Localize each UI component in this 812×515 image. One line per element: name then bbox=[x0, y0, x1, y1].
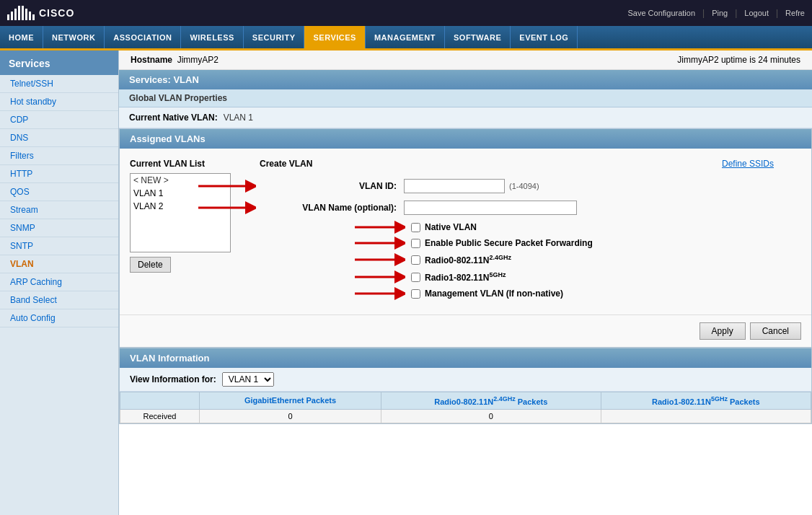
sidebar-item-cdp[interactable]: CDP bbox=[0, 111, 118, 129]
radio0-arrow bbox=[355, 252, 405, 267]
nav-association[interactable]: ASSOCIATION bbox=[105, 26, 181, 48]
table-header-radio1: Radio1-802.11N5GHz Packets bbox=[601, 392, 811, 410]
ping-link[interactable]: Ping bbox=[712, 9, 728, 17]
vlan-info-table: GigabitEthernet Packets Radio0-802.11N2.… bbox=[120, 392, 811, 423]
logo-area: CISCO bbox=[7, 6, 74, 20]
assigned-vlans-section: Assigned VLANs Current VLAN List < NEW >… bbox=[119, 128, 812, 348]
view-info-label: View Information for: bbox=[130, 374, 216, 384]
hostname-value: JimmyAP2 bbox=[177, 55, 219, 65]
sidebar-item-telnet[interactable]: Telnet/SSH bbox=[0, 75, 118, 93]
sidebar: Services Telnet/SSH Hot standby CDP DNS … bbox=[0, 50, 119, 515]
save-config-link[interactable]: Save Configuration bbox=[627, 9, 695, 17]
radio1-cb-row: Radio1-802.11N5GHz bbox=[411, 271, 700, 283]
hostname-bar: Hostname JimmyAP2 JimmyAP2 uptime is 24 … bbox=[119, 50, 812, 70]
radio0-cb-row: Radio0-802.11N2.4GHz bbox=[411, 254, 700, 265]
epsf-checkbox[interactable] bbox=[411, 239, 420, 248]
sidebar-item-http[interactable]: HTTP bbox=[0, 165, 118, 183]
nav-services[interactable]: SERVICES bbox=[304, 26, 365, 48]
radio1-checkbox[interactable] bbox=[411, 273, 420, 282]
nav-software[interactable]: SOFTWARE bbox=[445, 26, 511, 48]
table-header-gigabit: GigabitEthernet Packets bbox=[199, 392, 381, 410]
refresh-link[interactable]: Refre bbox=[785, 9, 805, 17]
create-vlan-title: Create VLAN bbox=[260, 159, 700, 169]
native-vlan-cb-label: Native VLAN bbox=[425, 222, 477, 232]
sidebar-item-dns[interactable]: DNS bbox=[0, 129, 118, 147]
sidebar-item-stream[interactable]: Stream bbox=[0, 201, 118, 219]
apply-button[interactable]: Apply bbox=[700, 322, 746, 340]
define-ssids-area: Define SSIDs bbox=[715, 159, 801, 304]
content-area: Hostname JimmyAP2 JimmyAP2 uptime is 24 … bbox=[119, 50, 812, 515]
checkboxes-area: Native VLAN Enable Public Secure Packet … bbox=[411, 222, 700, 299]
radio0-checkbox[interactable] bbox=[411, 255, 420, 265]
sidebar-item-qos[interactable]: QOS bbox=[0, 183, 118, 201]
sidebar-title: Services bbox=[0, 50, 118, 75]
radio1-cb-label: Radio1-802.11N5GHz bbox=[425, 271, 506, 283]
main-layout: Services Telnet/SSH Hot standby CDP DNS … bbox=[0, 50, 812, 515]
epsf-cb-label: Enable Public Secure Packet Forwarding bbox=[425, 238, 593, 248]
cancel-button[interactable]: Cancel bbox=[750, 322, 801, 340]
table-cell-received-label: Received bbox=[120, 409, 200, 423]
nav-security[interactable]: SECURITY bbox=[244, 26, 305, 48]
cisco-logo-text: CISCO bbox=[39, 7, 74, 19]
view-info-select[interactable]: VLAN 1 bbox=[222, 372, 274, 387]
epsf-arrow bbox=[355, 236, 405, 250]
mgmt-vlan-cb-label: Management VLAN (If non-native) bbox=[425, 289, 563, 299]
nav-bar: HOME NETWORK ASSOCIATION WIRELESS SECURI… bbox=[0, 26, 812, 50]
native-vlan-cb-row: Native VLAN bbox=[411, 222, 700, 232]
mgmt-vlan-cb-row: Management VLAN (If non-native) bbox=[411, 289, 700, 299]
native-vlan-checkbox[interactable] bbox=[411, 223, 420, 232]
table-header-radio0: Radio0-802.11N2.4GHz Packets bbox=[381, 392, 601, 410]
sidebar-item-vlan[interactable]: VLAN bbox=[0, 255, 118, 273]
delete-button[interactable]: Delete bbox=[130, 257, 171, 273]
native-vlan-row: Current Native VLAN: VLAN 1 bbox=[119, 107, 812, 128]
nav-management[interactable]: MANAGEMENT bbox=[366, 26, 445, 48]
vlan-name-arrow bbox=[198, 199, 256, 216]
nav-home[interactable]: HOME bbox=[0, 26, 43, 48]
vlan-list-title: Current VLAN List bbox=[130, 159, 245, 169]
vlan-id-input[interactable] bbox=[404, 179, 505, 193]
sidebar-item-sntp[interactable]: SNTP bbox=[0, 237, 118, 255]
vlan-name-row: VLAN Name (optional): bbox=[260, 201, 700, 215]
logout-link[interactable]: Logout bbox=[744, 9, 769, 17]
define-ssids-link[interactable]: Define SSIDs bbox=[722, 159, 774, 169]
hostname-label: Hostname JimmyAP2 bbox=[131, 55, 219, 65]
create-vlan-area: Create VLAN VLAN ID: (1-4094) bbox=[245, 159, 715, 304]
mgmt-vlan-checkbox[interactable] bbox=[411, 289, 420, 299]
table-cell-radio0-val: 0 bbox=[381, 409, 601, 423]
vlan-info-section: VLAN Information View Information for: V… bbox=[119, 348, 812, 424]
mgmt-vlan-arrow bbox=[355, 286, 405, 301]
radio0-cb-label: Radio0-802.11N2.4GHz bbox=[425, 254, 511, 265]
radio1-arrow bbox=[355, 270, 405, 284]
table-row-received: Received 0 0 bbox=[120, 409, 811, 423]
sidebar-item-arpcaching[interactable]: ARP Caching bbox=[0, 273, 118, 291]
native-vlan-arrow bbox=[355, 220, 405, 234]
nav-wireless[interactable]: WIRELESS bbox=[181, 26, 243, 48]
vlan-id-arrow bbox=[198, 177, 256, 195]
native-vlan-label: Current Native VLAN: bbox=[129, 113, 218, 123]
vlan-content: Current VLAN List < NEW > VLAN 1 VLAN 2 … bbox=[120, 149, 811, 314]
vlan-name-input[interactable] bbox=[404, 201, 577, 215]
sidebar-item-autoconfig[interactable]: Auto Config bbox=[0, 309, 118, 327]
top-links: Save Configuration | Ping | Logout | Ref… bbox=[627, 8, 805, 18]
global-props-header: Global VLAN Properties bbox=[119, 89, 812, 107]
nav-network[interactable]: NETWORK bbox=[43, 26, 105, 48]
vlan-name-label: VLAN Name (optional): bbox=[260, 203, 404, 213]
uptime-text: JimmyAP2 uptime is 24 minutes bbox=[677, 55, 800, 65]
assigned-vlans-header: Assigned VLANs bbox=[120, 129, 811, 149]
native-vlan-value: VLAN 1 bbox=[224, 113, 253, 123]
vlan-id-row: VLAN ID: (1-4094) bbox=[260, 179, 700, 193]
sidebar-item-filters[interactable]: Filters bbox=[0, 147, 118, 165]
sidebar-item-hotstandby[interactable]: Hot standby bbox=[0, 93, 118, 111]
nav-eventlog[interactable]: EVENT LOG bbox=[511, 26, 578, 48]
vlan-info-filter: View Information for: VLAN 1 bbox=[120, 368, 811, 392]
cisco-logo-icon bbox=[7, 6, 35, 20]
table-header-empty bbox=[120, 392, 200, 410]
epsf-cb-row: Enable Public Secure Packet Forwarding bbox=[411, 238, 700, 248]
buttons-row: Apply Cancel bbox=[120, 314, 811, 347]
vlan-id-label: VLAN ID: bbox=[260, 181, 404, 191]
top-bar: CISCO Save Configuration | Ping | Logout… bbox=[0, 0, 812, 26]
sidebar-item-snmp[interactable]: SNMP bbox=[0, 219, 118, 237]
vlan-info-header: VLAN Information bbox=[120, 348, 811, 368]
table-cell-gigabit-val: 0 bbox=[199, 409, 381, 423]
sidebar-item-bandselect[interactable]: Band Select bbox=[0, 291, 118, 309]
